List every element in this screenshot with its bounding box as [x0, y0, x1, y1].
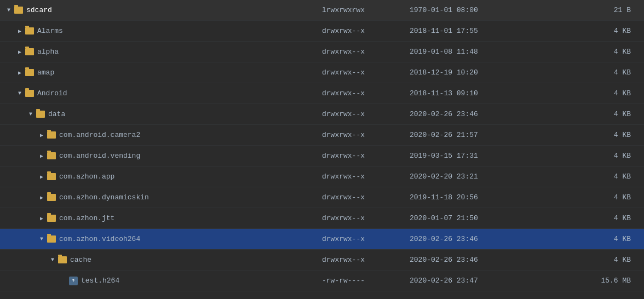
size-com-azhon-jtt: 4 KB — [519, 214, 640, 222]
item-name-alarms: Alarms — [37, 27, 63, 35]
size-data: 4 KB — [519, 110, 640, 118]
permissions-com-azhon-jtt: drwxrwx--x — [322, 214, 410, 222]
size-com-android-camera2: 4 KB — [519, 131, 640, 139]
folder-icon-amap — [25, 69, 34, 76]
toggle-icon-com-android-camera2[interactable] — [37, 131, 46, 140]
item-name-com-android-camera2: com.android.camera2 — [59, 131, 140, 139]
size-test-h264: 15.6 MB — [519, 277, 640, 285]
permissions-alpha: drwxrwx--x — [322, 48, 410, 56]
size-amap: 4 KB — [519, 68, 640, 77]
folder-icon-alarms — [25, 27, 34, 34]
item-name-alpha: alpha — [37, 48, 59, 56]
tree-row-cache[interactable]: cachedrwxrwx--x2020-02-26 23:464 KB — [0, 250, 644, 271]
toggle-icon-com-azhon-dynamicskin[interactable] — [37, 193, 46, 202]
date-test-h264: 2020-02-26 23:47 — [410, 277, 519, 285]
permissions-com-android-vending: drwxrwx--x — [322, 152, 410, 160]
item-name-com-azhon-dynamicskin: com.azhon.dynamicskin — [59, 193, 149, 202]
tree-row-com-azhon-jtt[interactable]: com.azhon.jttdrwxrwx--x2020-01-07 21:504… — [0, 208, 644, 229]
size-android: 4 KB — [519, 89, 640, 97]
permissions-com-android-camera2: drwxrwx--x — [322, 131, 410, 139]
toggle-icon-alarms[interactable] — [15, 27, 24, 36]
toggle-icon-com-azhon-app[interactable] — [37, 173, 46, 181]
permissions-cache: drwxrwx--x — [322, 256, 410, 264]
folder-icon-cache — [58, 256, 67, 263]
permissions-com-azhon-app: drwxrwx--x — [322, 173, 410, 181]
file-icon-test-h264: ? — [69, 277, 78, 285]
tree-row-alarms[interactable]: Alarmsdrwxrwx--x2018-11-01 17:554 KB — [0, 21, 644, 42]
date-amap: 2018-12-19 10:20 — [410, 68, 519, 77]
toggle-icon-alpha[interactable] — [15, 48, 24, 56]
tree-row-data[interactable]: datadrwxrwx--x2020-02-26 23:464 KB — [0, 104, 644, 125]
file-tree: sdcardlrwxrwxrwx1970-01-01 08:0021 BAlar… — [0, 0, 644, 299]
permissions-amap: drwxrwx--x — [322, 68, 410, 77]
tree-row-com-azhon-videoh264[interactable]: com.azhon.videoh264drwxrwx--x2020-02-26 … — [0, 229, 644, 250]
folder-icon-data — [36, 111, 45, 118]
item-name-com-azhon-jtt: com.azhon.jtt — [59, 214, 114, 222]
toggle-icon-com-azhon-videoh264[interactable] — [37, 235, 46, 244]
tree-row-com-azhon-app[interactable]: com.azhon.appdrwxrwx--x2020-02-20 23:214… — [0, 166, 644, 187]
folder-icon-com-azhon-videoh264 — [47, 235, 56, 243]
size-cache: 4 KB — [519, 256, 640, 264]
folder-icon-com-azhon-jtt — [47, 215, 56, 222]
size-alpha: 4 KB — [519, 48, 640, 56]
size-com-azhon-app: 4 KB — [519, 173, 640, 181]
toggle-icon-android[interactable] — [15, 89, 24, 98]
size-com-android-vending: 4 KB — [519, 152, 640, 160]
toggle-icon-cache[interactable] — [48, 256, 57, 264]
toggle-icon-com-azhon-jtt[interactable] — [37, 214, 46, 223]
permissions-test-h264: -rw-rw---- — [322, 277, 410, 285]
item-name-data: data — [48, 110, 65, 118]
folder-icon-android — [25, 90, 34, 97]
size-com-azhon-videoh264: 4 KB — [519, 235, 640, 243]
toggle-icon-com-android-vending[interactable] — [37, 152, 46, 160]
date-data: 2020-02-26 23:46 — [410, 110, 519, 118]
folder-icon-com-android-camera2 — [47, 131, 56, 139]
tree-row-sdcard[interactable]: sdcardlrwxrwxrwx1970-01-01 08:0021 B — [0, 0, 644, 21]
date-sdcard: 1970-01-01 08:00 — [410, 6, 519, 14]
tree-row-android[interactable]: Androiddrwxrwx--x2018-11-13 09:104 KB — [0, 83, 644, 104]
tree-row-alpha[interactable]: alphadrwxrwx--x2019-01-08 11:484 KB — [0, 42, 644, 62]
permissions-alarms: drwxrwx--x — [322, 27, 410, 35]
item-name-sdcard: sdcard — [26, 6, 52, 14]
toggle-icon-sdcard[interactable] — [4, 6, 13, 15]
toggle-icon-amap[interactable] — [15, 68, 24, 77]
permissions-android: drwxrwx--x — [322, 89, 410, 97]
date-android: 2018-11-13 09:10 — [410, 89, 519, 97]
folder-icon-com-android-vending — [47, 152, 56, 159]
item-name-amap: amap — [37, 68, 54, 77]
tree-row-com-azhon-dynamicskin[interactable]: com.azhon.dynamicskindrwxrwx--x2019-11-1… — [0, 187, 644, 208]
tree-row-amap[interactable]: amapdrwxrwx--x2018-12-19 10:204 KB — [0, 62, 644, 83]
date-alarms: 2018-11-01 17:55 — [410, 27, 519, 35]
date-com-azhon-videoh264: 2020-02-26 23:46 — [410, 235, 519, 243]
item-name-test-h264: test.h264 — [81, 277, 119, 285]
folder-icon-com-azhon-dynamicskin — [47, 194, 56, 201]
tree-row-com-android-vending[interactable]: com.android.vendingdrwxrwx--x2019-03-15 … — [0, 146, 644, 166]
toggle-icon-data[interactable] — [26, 110, 35, 119]
date-com-azhon-jtt: 2020-01-07 21:50 — [410, 214, 519, 222]
size-com-azhon-dynamicskin: 4 KB — [519, 193, 640, 202]
permissions-com-azhon-dynamicskin: drwxrwx--x — [322, 193, 410, 202]
permissions-com-azhon-videoh264: drwxrwx--x — [322, 235, 410, 243]
size-sdcard: 21 B — [519, 6, 640, 14]
item-name-com-azhon-app: com.azhon.app — [59, 173, 114, 181]
date-cache: 2020-02-26 23:46 — [410, 256, 519, 264]
permissions-sdcard: lrwxrwxrwx — [322, 6, 410, 14]
size-alarms: 4 KB — [519, 27, 640, 35]
date-com-azhon-app: 2020-02-20 23:21 — [410, 173, 519, 181]
item-name-com-android-vending: com.android.vending — [59, 152, 140, 160]
folder-icon-alpha — [25, 48, 34, 55]
date-com-android-camera2: 2020-02-26 21:57 — [410, 131, 519, 139]
date-com-azhon-dynamicskin: 2019-11-18 20:56 — [410, 193, 519, 202]
date-com-android-vending: 2019-03-15 17:31 — [410, 152, 519, 160]
permissions-data: drwxrwx--x — [322, 110, 410, 118]
tree-row-com-android-camera2[interactable]: com.android.camera2drwxrwx--x2020-02-26 … — [0, 125, 644, 146]
tree-row-test-h264[interactable]: ?test.h264-rw-rw----2020-02-26 23:4715.6… — [0, 271, 644, 291]
item-name-android: Android — [37, 89, 67, 97]
item-name-cache: cache — [70, 256, 91, 264]
folder-icon-com-azhon-app — [47, 173, 56, 180]
folder-icon-sdcard — [14, 7, 23, 14]
date-alpha: 2019-01-08 11:48 — [410, 48, 519, 56]
item-name-com-azhon-videoh264: com.azhon.videoh264 — [59, 235, 140, 243]
